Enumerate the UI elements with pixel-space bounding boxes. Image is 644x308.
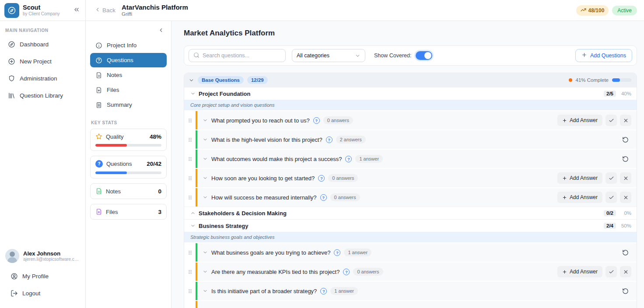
- reset-answer-button[interactable]: [619, 246, 631, 259]
- question-expand-chevron[interactable]: [203, 288, 208, 294]
- page-title: Market Analytics Platform: [184, 29, 637, 38]
- question-expand-chevron[interactable]: [203, 175, 208, 181]
- dismiss-question-button[interactable]: [620, 192, 631, 203]
- project-tab-files[interactable]: Files: [90, 83, 167, 97]
- group-count-badge: 12/29: [247, 76, 268, 84]
- question-expand-chevron[interactable]: [203, 137, 208, 142]
- dashboard-icon: [8, 41, 15, 48]
- section-header-project-foundation[interactable]: Project Foundation2/540%: [184, 87, 637, 100]
- project-sidebar-collapse-button[interactable]: [90, 25, 167, 38]
- drag-handle[interactable]: [184, 301, 196, 308]
- question-actions: Add Answer: [557, 192, 631, 203]
- chevron-down-icon: [189, 77, 194, 83]
- drag-handle[interactable]: [184, 150, 196, 168]
- undo-icon: [622, 156, 629, 162]
- stat-row: Quality48%: [95, 133, 161, 140]
- drag-handle[interactable]: [184, 243, 196, 262]
- reset-answer-button[interactable]: [619, 133, 631, 146]
- key-stats-label: KEY STATS: [90, 112, 167, 129]
- logout-label: Logout: [22, 290, 40, 297]
- reset-answer-button[interactable]: [619, 285, 631, 297]
- drag-handle[interactable]: [184, 130, 196, 149]
- drag-handle[interactable]: [184, 188, 196, 206]
- user-card[interactable]: Alex Johnson ajeren.li@xtopicsoftware.co…: [3, 246, 83, 267]
- dismiss-question-button[interactable]: [620, 172, 631, 184]
- question-expand-chevron[interactable]: [203, 269, 208, 274]
- question-text: Is this initiative part of a broader str…: [211, 288, 317, 294]
- app-byline: by Client Company: [23, 11, 69, 16]
- questions-stat-icon: ?: [95, 160, 103, 168]
- check-icon: [609, 175, 614, 181]
- add-answer-label: Add Answer: [570, 194, 598, 200]
- question-actions: [619, 153, 631, 165]
- grip-icon: [187, 269, 193, 275]
- add-answer-button[interactable]: Add Answer: [557, 172, 602, 184]
- project-tab-summary[interactable]: Summary: [90, 98, 167, 112]
- answers-count-badge: 1 answer: [355, 155, 383, 163]
- back-button[interactable]: Back: [94, 7, 116, 14]
- section-header-business-strategy[interactable]: Business Strategy2/450%: [184, 219, 637, 232]
- sidebar-item-administration[interactable]: Administration: [3, 70, 83, 87]
- sidebar-item-question-library[interactable]: Question Library: [3, 87, 83, 104]
- question-list: Project Foundation2/540%Core project set…: [184, 87, 637, 308]
- project-tab-project-info[interactable]: Project Info: [90, 38, 167, 52]
- clipboard-icon: [95, 102, 102, 108]
- app-logo-compass-icon: [4, 3, 19, 18]
- search-input[interactable]: [203, 52, 281, 59]
- question-actions: [619, 133, 631, 146]
- answers-count-badge: 2 answers: [336, 136, 366, 144]
- stat-row: Files3: [95, 208, 161, 215]
- library-icon: [8, 92, 15, 99]
- question-expand-chevron[interactable]: [203, 195, 208, 200]
- approve-question-button[interactable]: [606, 172, 617, 184]
- my-profile-item[interactable]: My Profile: [5, 268, 80, 284]
- approve-question-button[interactable]: [606, 192, 617, 203]
- drag-handle[interactable]: [184, 169, 196, 187]
- category-select[interactable]: All categories: [292, 49, 365, 62]
- sidebar-collapse-button[interactable]: [72, 5, 81, 15]
- answers-count-badge: 1 answer: [330, 287, 358, 295]
- sidebar-item-new-project[interactable]: New Project: [3, 53, 83, 70]
- sidebar-item-dashboard[interactable]: Dashboard: [3, 36, 83, 52]
- question-text: Are there any measurable KPIs tied to th…: [211, 269, 340, 275]
- project-tab-notes[interactable]: Notes: [90, 68, 167, 82]
- project-tab-label: Project Info: [107, 42, 136, 49]
- drag-handle[interactable]: [184, 282, 196, 300]
- drag-handle[interactable]: [184, 262, 196, 281]
- question-expand-chevron[interactable]: [203, 156, 208, 161]
- question-expand-chevron[interactable]: [203, 118, 208, 123]
- search-icon: [193, 52, 200, 60]
- add-answer-button[interactable]: Add Answer: [557, 266, 602, 277]
- question-group-header[interactable]: Base Questions 12/29 41% Complete: [184, 73, 637, 87]
- project-tab-questions[interactable]: Questions: [90, 53, 167, 67]
- reset-answer-button[interactable]: [619, 153, 631, 165]
- answers-count-badge: 0 answers: [353, 268, 383, 276]
- approve-question-button[interactable]: [606, 115, 617, 126]
- chevron-down-icon: [203, 137, 208, 142]
- drag-handle[interactable]: [184, 111, 196, 130]
- questions-panel: Base Questions 12/29 41% Complete Projec…: [184, 73, 637, 308]
- star-icon: [95, 133, 102, 140]
- add-answer-button[interactable]: Add Answer: [557, 115, 602, 126]
- section-header-stakeholders-decision-making[interactable]: Stakeholders & Decision Making0/20%: [184, 206, 637, 219]
- chevron-left-icon: [94, 7, 101, 14]
- stat-value: 3: [158, 209, 161, 215]
- add-questions-button[interactable]: Add Questions: [575, 49, 632, 62]
- show-covered-toggle[interactable]: [416, 51, 432, 60]
- check-icon: [609, 269, 614, 275]
- main-navigation-label: MAIN NAVIGATION: [0, 21, 85, 35]
- grip-icon: [187, 156, 193, 162]
- approve-question-button[interactable]: [606, 266, 617, 277]
- search-box: [189, 49, 286, 62]
- question-expand-chevron[interactable]: [203, 250, 208, 255]
- question-row: Are there any measurable KPIs tied to th…: [184, 262, 637, 281]
- logout-item[interactable]: Logout: [5, 285, 80, 301]
- dismiss-question-button[interactable]: [620, 266, 631, 277]
- circle-plus-icon: [8, 58, 15, 65]
- add-answer-button[interactable]: Add Answer: [557, 192, 602, 203]
- dismiss-question-button[interactable]: [620, 115, 631, 126]
- grip-icon: [187, 118, 193, 123]
- undo-icon: [622, 288, 629, 294]
- stat-label: Quality: [106, 133, 123, 140]
- sidebar-item-label: Dashboard: [20, 41, 49, 48]
